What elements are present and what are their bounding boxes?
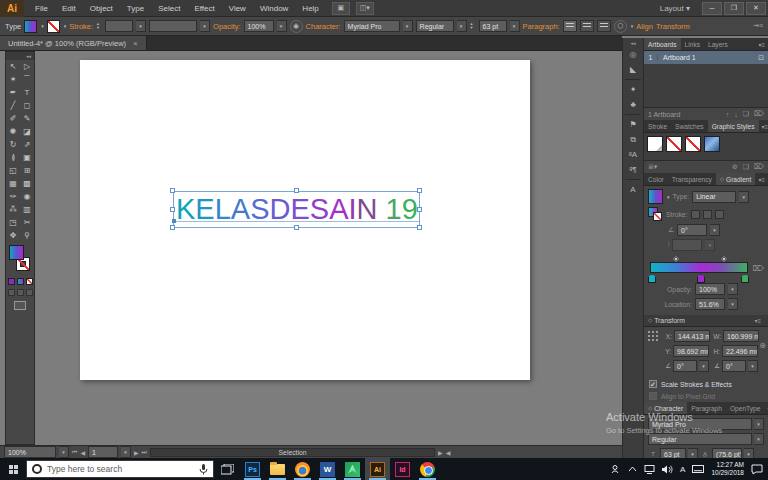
paragraph-label[interactable]: Paragraph: [523, 22, 560, 31]
perspective-grid-tool[interactable]: ⊞ [20, 164, 34, 177]
font-style-field[interactable]: Regular [416, 20, 454, 32]
taskbar-illustrator-icon[interactable]: Ai [365, 458, 390, 480]
tab-color[interactable]: Color [644, 173, 668, 185]
fill-dropdown-icon[interactable]: ▾ [41, 23, 44, 29]
transform-w-field[interactable]: 160.999 mm [723, 330, 759, 342]
direct-selection-tool[interactable]: ▷ [20, 60, 34, 73]
tab-graphic-styles[interactable]: Graphic Styles [708, 120, 759, 132]
gradient-button[interactable] [17, 278, 24, 285]
delete-stop-icon[interactable]: ⌦ [753, 264, 764, 273]
break-link-icon[interactable]: ⊘ [732, 163, 738, 171]
previous-artboard-icon[interactable]: ◀ [80, 449, 85, 456]
tab-paragraph[interactable]: Paragraph [687, 402, 726, 414]
glyphs-panel-icon[interactable]: A [625, 183, 641, 196]
symbol-sprayer-tool[interactable]: ⁂ [6, 203, 20, 216]
character-styles-panel-icon[interactable]: ᵍA [625, 148, 641, 161]
gradient-slider[interactable]: ⌦ [648, 255, 764, 281]
stop-location-field[interactable]: 51.6% [695, 298, 725, 310]
stroke-dropdown-icon[interactable]: ▾ [64, 23, 67, 29]
gradient-type-field[interactable]: Linear [692, 191, 736, 203]
opacity-field[interactable]: 100% [244, 20, 274, 32]
free-transform-tool[interactable]: ▣ [20, 151, 34, 164]
artboard-number-field[interactable]: 1 [88, 446, 118, 458]
action-center-icon[interactable] [751, 464, 763, 475]
menu-type[interactable]: Type [120, 4, 151, 13]
font-size-stepper[interactable]: ▲▼ [470, 22, 476, 30]
screen-mode-button[interactable] [14, 301, 26, 310]
tab-gradient[interactable]: ⬦Gradient [716, 173, 756, 185]
fill-color-swatch[interactable] [24, 20, 37, 33]
artboard-row[interactable]: 1 Artboard 1 ⊡ [644, 51, 768, 64]
stroke-weight-field[interactable] [105, 20, 133, 32]
gradient-angle-field[interactable]: 0° [677, 224, 707, 236]
panel-expand-icon[interactable]: ⬦ [648, 405, 652, 412]
tools-panel-header[interactable]: ◂◂ [6, 52, 34, 60]
minimize-button[interactable]: ─ [702, 2, 722, 15]
taskbar-chrome-icon[interactable] [415, 458, 440, 480]
new-style-icon[interactable]: ❏ [743, 163, 749, 171]
stroke-gradient-within-button[interactable] [691, 210, 700, 219]
font-size-field[interactable]: 63 pt [479, 20, 507, 32]
menu-object[interactable]: Object [83, 4, 120, 13]
pencil-tool[interactable]: ✎ [20, 112, 34, 125]
gradient-ramp[interactable] [650, 262, 748, 273]
selection-tool[interactable]: ↖ [6, 60, 20, 73]
panel-collapse-icon[interactable]: ⇥≡ [753, 22, 763, 30]
text-object[interactable]: KELASDESAIN 19 [176, 191, 418, 228]
tab-artboards[interactable]: Artboards [644, 38, 681, 50]
align-pixel-grid-checkbox[interactable] [649, 392, 657, 400]
scale-strokes-checkbox[interactable]: ✓ [649, 380, 657, 388]
transform-panel-header[interactable]: ⬦ Transform ▾≡ [644, 315, 768, 327]
graphic-style-no-stroke-style[interactable] [685, 136, 701, 152]
scroll-right-icon[interactable]: ▶ [438, 449, 443, 456]
canvas-pasteboard[interactable]: KELASDESAIN 19 [37, 51, 622, 445]
selection-handle[interactable] [417, 207, 422, 212]
menu-file[interactable]: File [28, 4, 55, 13]
delete-artboard-icon[interactable]: ⌦ [754, 110, 764, 118]
selection-handle[interactable] [294, 188, 299, 193]
envelope-icon[interactable]: ⬡ [614, 20, 627, 33]
draw-normal-button[interactable] [8, 289, 15, 296]
show-hidden-icons-icon[interactable] [628, 466, 637, 472]
zoom-tool[interactable]: ⚲ [20, 229, 34, 242]
styles-library-icon[interactable]: ≣▾ [648, 163, 657, 171]
align-right-button[interactable] [597, 20, 611, 32]
width-tool[interactable]: ≬ [6, 151, 20, 164]
tab-links[interactable]: Links [681, 38, 704, 50]
menu-select[interactable]: Select [151, 4, 187, 13]
scroll-left-icon[interactable]: ◀ [446, 449, 451, 456]
transform-y-field[interactable]: 98.692 mm [673, 345, 709, 357]
workspace-switcher[interactable]: Layout ▾ [660, 4, 690, 13]
mesh-tool[interactable]: ▦ [6, 177, 20, 190]
last-artboard-icon[interactable]: ⏭ [142, 449, 147, 456]
shape-builder-tool[interactable]: ◱ [6, 164, 20, 177]
selection-handle[interactable] [294, 225, 299, 230]
bridge-icon[interactable]: ▣ [332, 2, 350, 15]
text-anchor-point[interactable] [172, 219, 176, 223]
brush-definition-field[interactable] [149, 20, 197, 32]
selection-handle[interactable] [417, 188, 422, 193]
new-artboard-icon[interactable]: ❏ [743, 110, 749, 118]
draw-behind-button[interactable] [17, 289, 24, 296]
graphic-style-no-fill-style[interactable] [666, 136, 682, 152]
symbols-panel-icon[interactable]: ♣ [625, 98, 641, 111]
character-font-field[interactable]: Myriad Pro [648, 418, 752, 430]
none-button[interactable] [26, 278, 33, 285]
panel-expand-icon[interactable]: ⬦ [648, 317, 652, 324]
paragraph-styles-panel-icon[interactable]: ᵍ¶ [625, 163, 641, 176]
gradient-stop[interactable] [697, 274, 705, 283]
artboard-options-icon[interactable]: ⊡ [758, 54, 764, 62]
taskbar-indesign-icon[interactable]: Id [390, 458, 415, 480]
microphone-icon[interactable] [199, 464, 208, 475]
transform-x-field[interactable]: 144.413 mm [674, 330, 710, 342]
move-up-icon[interactable]: ↑ [726, 111, 730, 118]
tab-stroke[interactable]: Stroke [644, 120, 671, 132]
draw-inside-button[interactable] [26, 289, 33, 296]
graphic-style-texture-style[interactable] [704, 136, 720, 152]
taskbar-search-input[interactable]: Type here to search [26, 460, 214, 478]
fill-swatch[interactable] [9, 245, 24, 260]
arrange-documents-icon[interactable]: ◫▾ [356, 2, 374, 15]
menu-help[interactable]: Help [295, 4, 325, 13]
color-button[interactable] [8, 278, 15, 285]
gradient-tool[interactable]: ▩ [20, 177, 34, 190]
